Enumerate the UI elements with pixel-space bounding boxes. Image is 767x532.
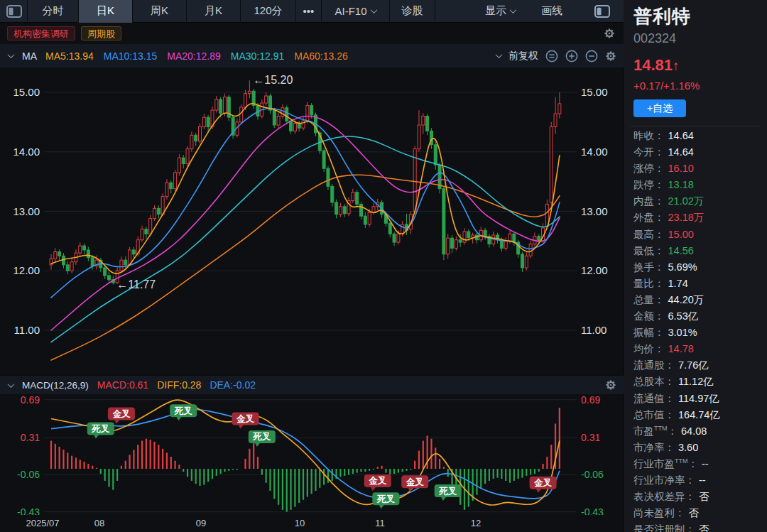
- toolbar-right: 显示 画线: [485, 4, 624, 18]
- stat-value: 13.18: [668, 179, 694, 190]
- tab-diagnose[interactable]: 诊股: [390, 0, 435, 23]
- x-axis-label: 09: [196, 518, 206, 528]
- stat-label: 涨停：: [633, 162, 665, 175]
- tab-weekly-k[interactable]: 周K: [133, 0, 187, 23]
- stat-row: 振幅：3.01%: [633, 326, 760, 342]
- indicator-menu-icon[interactable]: [545, 50, 558, 63]
- stat-row: 行业市净率：--: [633, 474, 760, 490]
- stat-row: 外盘：23.18万: [633, 211, 760, 227]
- stat-row: 跌停：13.18: [633, 178, 760, 195]
- zoom-in-icon[interactable]: [565, 50, 578, 63]
- svg-text:15.00: 15.00: [581, 86, 608, 98]
- svg-text:0.31: 0.31: [581, 432, 600, 443]
- tab-label: 周K: [151, 4, 168, 18]
- stat-label: 总量：: [633, 293, 665, 307]
- stat-label: 流通值：: [633, 392, 675, 406]
- chevron-down-icon[interactable]: [496, 51, 503, 58]
- collapse-chevron-icon[interactable]: [8, 51, 15, 58]
- tab-daily-k[interactable]: 日K: [79, 0, 133, 23]
- stat-label: 均价：: [633, 342, 665, 356]
- stat-row: 均价：14.78: [633, 342, 760, 359]
- svg-text:-0.43: -0.43: [17, 506, 40, 515]
- tag-cyclical-stock[interactable]: 周期股: [81, 26, 121, 40]
- svg-text:金叉: 金叉: [533, 478, 553, 488]
- svg-text:-0.06: -0.06: [581, 469, 604, 480]
- macd-values: MACD:0.61DIFF:0.28DEA:-0.02: [97, 379, 256, 391]
- chart-panel: 分时日K周K月K120分•••AI-F10诊股 显示 画线 机构密集调研周期股 …: [0, 0, 624, 532]
- stat-label: 总股本：: [633, 375, 675, 389]
- stat-value: 14.78: [668, 343, 694, 354]
- death-cross-badge: 死叉: [87, 423, 114, 439]
- stat-label: 今开：: [633, 146, 665, 159]
- tab-time-share[interactable]: 分时: [28, 0, 79, 23]
- period-toolbar: 分时日K周K月K120分•••AI-F10诊股 显示 画线: [0, 0, 624, 23]
- stat-label: 量比：: [633, 277, 665, 291]
- tab-more[interactable]: •••: [296, 0, 322, 23]
- stat-row: 市盈TTM：64.08: [633, 425, 760, 441]
- svg-text:死叉: 死叉: [438, 487, 457, 496]
- stat-value: 23.18万: [668, 211, 705, 224]
- tab-label: 120分: [254, 4, 282, 18]
- tab-120min[interactable]: 120分: [241, 0, 296, 23]
- left-panel-toggle-icon[interactable]: [6, 4, 23, 18]
- indicator-value: DEA:-0.02: [210, 379, 256, 391]
- settings-gear-icon[interactable]: [604, 28, 615, 39]
- svg-text:0.31: 0.31: [21, 432, 40, 443]
- stat-row: 今开：14.64: [633, 146, 760, 162]
- stat-value: 64.08: [681, 425, 707, 437]
- svg-text:←15.20: ←15.20: [253, 74, 293, 86]
- indicator-value: MA60:13.26: [294, 50, 348, 62]
- tab-ai-f10[interactable]: AI-F10: [322, 0, 390, 23]
- svg-text:0.69: 0.69: [21, 394, 40, 406]
- settings-gear-icon[interactable]: [605, 50, 616, 62]
- x-axis-label: 11: [375, 518, 385, 528]
- ma-indicator-name: MA: [22, 50, 37, 62]
- golden-cross-badge: 金叉: [232, 413, 259, 429]
- stat-value: 14.64: [668, 130, 694, 141]
- right-panel-toggle-icon[interactable]: [594, 4, 611, 18]
- add-watchlist-button[interactable]: +自选: [633, 99, 686, 117]
- death-cross-badge: 死叉: [372, 492, 399, 509]
- svg-text:14.00: 14.00: [13, 146, 40, 158]
- stat-label: 是否注册制：: [633, 523, 695, 532]
- period-tabs: 分时日K周K月K120分•••AI-F10诊股: [27, 0, 435, 23]
- chevron-down-icon: [370, 6, 377, 13]
- svg-text:0.69: 0.69: [581, 394, 600, 406]
- main-candlestick-chart[interactable]: 15.0015.0014.0014.0013.0013.0012.0012.00…: [0, 67, 623, 375]
- up-arrow-icon: ↑: [673, 58, 680, 73]
- draw-line-button[interactable]: 画线: [541, 4, 562, 18]
- indicator-value: DIFF:0.28: [157, 379, 201, 391]
- stat-value: 14.64: [668, 146, 694, 158]
- zoom-out-icon[interactable]: [585, 50, 598, 63]
- death-cross-badge: 死叉: [249, 430, 276, 447]
- price-change: +0.17/+1.16%: [633, 80, 760, 92]
- svg-text:12.00: 12.00: [13, 264, 40, 276]
- display-menu[interactable]: 显示: [485, 4, 516, 18]
- adjust-mode-label[interactable]: 前复权: [508, 50, 538, 63]
- stat-value: 15.00: [668, 229, 694, 240]
- macd-chart[interactable]: 0.690.690.310.31-0.06-0.06-0.43-0.43死叉金叉…: [0, 394, 623, 515]
- svg-text:14.00: 14.00: [581, 146, 608, 158]
- stat-label: 内盘：: [633, 195, 665, 208]
- settings-gear-icon[interactable]: [605, 379, 616, 391]
- stat-label: 金额：: [633, 310, 665, 323]
- tag-institution-research[interactable]: 机构密集调研: [7, 26, 75, 40]
- stat-row: 内盘：21.02万: [633, 195, 760, 211]
- stat-row: 行业市盈TTM：--: [633, 457, 760, 474]
- stat-value: --: [702, 458, 709, 469]
- ma-values: MA5:13.94MA10:13.15MA20:12.89MA30:12.91M…: [45, 50, 348, 62]
- stat-label: 市盈TTM：: [633, 425, 678, 438]
- svg-text:15.00: 15.00: [13, 86, 40, 98]
- tab-label: AI-F10: [334, 5, 366, 17]
- svg-text:金叉: 金叉: [236, 414, 255, 424]
- indicator-value: MA20:12.89: [167, 50, 221, 62]
- stat-value: 114.97亿: [678, 392, 719, 406]
- x-axis: 2025/070809101112: [0, 515, 624, 532]
- stat-label: 最低：: [633, 244, 665, 258]
- stat-value: 44.20万: [668, 293, 705, 307]
- stat-value: 16.10: [668, 163, 694, 174]
- golden-cross-badge: 金叉: [530, 477, 557, 493]
- collapse-chevron-icon[interactable]: [8, 381, 15, 388]
- svg-text:金叉: 金叉: [111, 409, 131, 419]
- tab-monthly-k[interactable]: 月K: [187, 0, 241, 23]
